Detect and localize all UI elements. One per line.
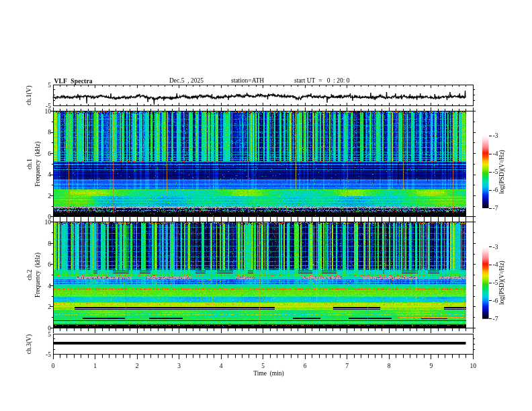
svg-text:0: 0 (52, 363, 55, 369)
svg-text:-5: -5 (493, 279, 498, 286)
svg-text:3: 3 (177, 363, 181, 369)
svg-text:4: 4 (220, 363, 223, 369)
svg-text:6: 6 (304, 363, 307, 369)
svg-text:-6: -6 (493, 298, 498, 304)
svg-text:Time (min): Time (min) (253, 370, 284, 377)
svg-text:4: 4 (48, 283, 51, 289)
svg-text:-6: -6 (493, 187, 498, 193)
svg-text:Frequency (kHz): Frequency (kHz) (34, 142, 42, 187)
svg-text:5: 5 (48, 331, 51, 338)
svg-text:VLF Spectra: VLF Spectra (54, 78, 93, 85)
svg-text:5: 5 (261, 363, 265, 369)
svg-text:1: 1 (93, 363, 97, 369)
svg-text:2: 2 (48, 304, 51, 310)
svg-text:-3: -3 (493, 244, 498, 250)
svg-text:-5: -5 (46, 103, 51, 109)
svg-text:10: 10 (45, 219, 52, 226)
svg-text:7: 7 (345, 363, 349, 369)
svg-text:ch.3(V): ch.3(V) (26, 334, 33, 354)
svg-text:2: 2 (48, 193, 51, 199)
svg-text:log(PSD)(V2/Hz): log(PSD)(V2/Hz) (498, 261, 506, 305)
svg-text:station=ATH: station=ATH (231, 77, 264, 84)
svg-text:-7: -7 (493, 316, 498, 322)
svg-text:start UT = 0 : 20: 0: start UT = 0 : 20: 0 (294, 77, 350, 84)
svg-text:log(PSD)(V2/Hz): log(PSD)(V2/Hz) (498, 150, 506, 194)
svg-text:2: 2 (136, 363, 139, 369)
svg-text:-4: -4 (493, 150, 498, 157)
svg-text:5: 5 (48, 82, 51, 89)
svg-text:9: 9 (429, 363, 433, 369)
svg-text:8: 8 (48, 129, 51, 136)
svg-text:6: 6 (48, 150, 51, 157)
svg-text:10: 10 (45, 108, 52, 115)
svg-text:8: 8 (48, 240, 51, 247)
svg-text:8: 8 (388, 363, 391, 369)
svg-text:10: 10 (470, 363, 477, 369)
svg-text:-4: -4 (493, 261, 498, 268)
svg-text:4: 4 (48, 171, 51, 178)
svg-text:-5: -5 (493, 169, 498, 175)
svg-text:ch.1(V): ch.1(V) (26, 85, 33, 105)
svg-text:-7: -7 (493, 205, 498, 212)
svg-text:-5: -5 (46, 351, 51, 358)
svg-text:Frequency (kHz): Frequency (kHz) (34, 253, 42, 298)
svg-text:ch.1: ch.1 (26, 158, 33, 169)
svg-text:Dec.5 , 2025: Dec.5 , 2025 (169, 77, 204, 84)
svg-text:-3: -3 (493, 132, 498, 139)
svg-text:6: 6 (48, 261, 51, 268)
svg-text:ch.2: ch.2 (26, 269, 33, 280)
